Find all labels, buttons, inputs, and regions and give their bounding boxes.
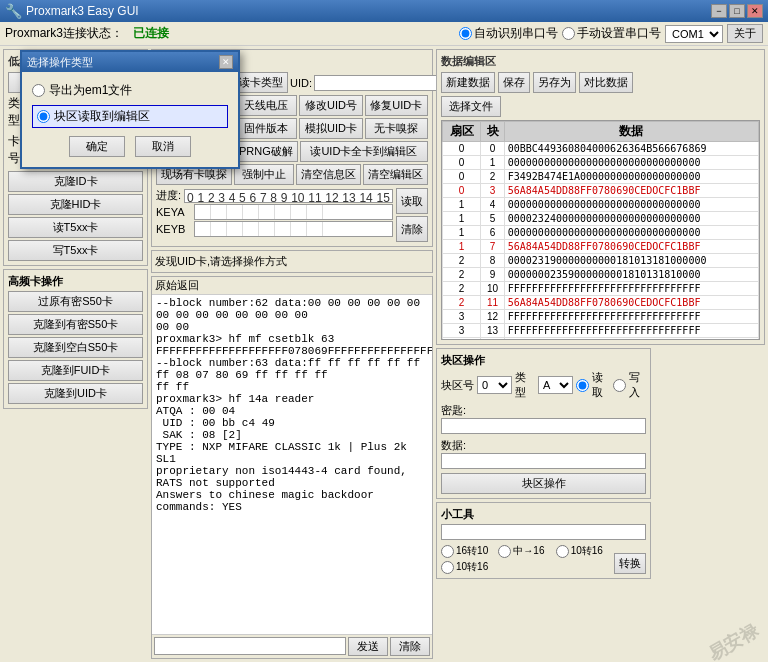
dialog-cancel-button[interactable]: 取消 [135, 136, 191, 157]
convert-button[interactable]: 转换 [614, 553, 646, 574]
sector-cell: 0 [443, 156, 481, 170]
prng-button[interactable]: PRNG破解 [234, 141, 298, 162]
table-row[interactable]: 1 7 56A84A54DD88FF0780690CEDOCFC1BBF [443, 240, 759, 254]
has-secret-label[interactable]: 过原有密S50卡 [8, 291, 143, 312]
data-cell: FFFFFFFFFFFFFFFFFFFFFFFFFFFFFFFF [504, 282, 758, 296]
clone-id-button[interactable]: 克隆ID卡 [8, 171, 143, 192]
clear-edit-button[interactable]: 清空编辑区 [363, 164, 428, 185]
data-cell: FFFFFFFFFFFFFFFFFFFFFFFFFFFFFFFF [504, 338, 758, 341]
open-file-button[interactable]: 选择文件 [441, 96, 501, 117]
option2-radio[interactable] [37, 110, 50, 123]
no-card-button[interactable]: 无卡嗅探 [365, 118, 428, 139]
option1-label: 导出为em1文件 [49, 82, 132, 99]
clear-info-button[interactable]: 清空信息区 [296, 164, 361, 185]
conv4-label: 10转16 [456, 560, 488, 574]
block-op-button[interactable]: 块区操作 [441, 473, 646, 494]
write-radio[interactable] [613, 379, 626, 392]
read-t5xx-button[interactable]: 读T5xx卡 [8, 217, 143, 238]
option1-radio[interactable] [32, 84, 45, 97]
conv4-radio[interactable] [441, 561, 454, 574]
sector-cell: 2 [443, 268, 481, 282]
modify-uid-button[interactable]: 修改UID号 [299, 95, 362, 116]
block-cell: 14 [481, 338, 504, 341]
dialog-close-button[interactable]: ✕ [219, 55, 233, 69]
data-field-input[interactable] [441, 453, 646, 469]
clone-to-uid-button[interactable]: 克隆到UID卡 [8, 383, 143, 404]
uid-label: UID: [290, 77, 312, 89]
table-row[interactable]: 1 6 00000000000000000000000000000000 [443, 226, 759, 240]
block-type-label: 类型 [515, 370, 534, 400]
block-cell: 8 [481, 254, 504, 268]
clear-key-button[interactable]: 清除 [396, 216, 428, 242]
read-radio[interactable] [576, 379, 589, 392]
save-as-button[interactable]: 另存为 [533, 72, 576, 93]
table-row[interactable]: 2 8 000023190000000000181013181000000 [443, 254, 759, 268]
option2-label: 块区读取到编辑区 [54, 108, 150, 125]
repair-uid-button[interactable]: 修复UID卡 [365, 95, 428, 116]
force-stop-button[interactable]: 强制中止 [234, 164, 294, 185]
minimize-button[interactable]: − [711, 4, 727, 18]
table-row[interactable]: 3 12 FFFFFFFFFFFFFFFFFFFFFFFFFFFFFFFF [443, 310, 759, 324]
key-field-input[interactable] [441, 418, 646, 434]
table-row[interactable]: 3 13 FFFFFFFFFFFFFFFFFFFFFFFFFFFFFFFF [443, 324, 759, 338]
conv2-radio[interactable] [498, 545, 511, 558]
close-button[interactable]: ✕ [747, 4, 763, 18]
data-field-label: 数据: [441, 439, 466, 451]
maximize-button[interactable]: □ [729, 4, 745, 18]
clear-log-button[interactable]: 清除 [390, 637, 430, 656]
sector-cell: 2 [443, 282, 481, 296]
clone-to-secret-button[interactable]: 克隆到有密S50卡 [8, 314, 143, 335]
clone-to-blank-button[interactable]: 克隆到空白S50卡 [8, 337, 143, 358]
data-cell: 00000000000000000000000000000000 [504, 226, 758, 240]
sector-cell: 3 [443, 338, 481, 341]
save-button[interactable]: 保存 [498, 72, 530, 93]
right-panel: 数据编辑区 新建数据 保存 另存为 对比数据 选择文件 扇区 块 [436, 49, 765, 659]
clone-to-fuid-button[interactable]: 克隆到FUID卡 [8, 360, 143, 381]
table-row[interactable]: 0 2 F3492B474E1A00000000000000000000 [443, 170, 759, 184]
data-cell: 56A84A54DD88FF0780690CEDOCFC1BBF [504, 184, 758, 198]
firmware-button[interactable]: 固件版本 [234, 118, 297, 139]
table-row[interactable]: 2 9 00000002359000000001810131810000 [443, 268, 759, 282]
auto-port-radio[interactable]: 自动识别串口号 [459, 25, 558, 42]
dialog-option1[interactable]: 导出为em1文件 [32, 82, 228, 99]
keya-label: KEYA [156, 206, 191, 218]
about-button[interactable]: 关于 [727, 24, 763, 43]
dialog-option2[interactable]: 块区读取到编辑区 [32, 105, 228, 128]
write-t5xx-button[interactable]: 写T5xx卡 [8, 240, 143, 261]
conv3-radio[interactable] [556, 545, 569, 558]
send-button[interactable]: 发送 [348, 637, 388, 656]
read-type-button[interactable]: 读卡类型 [234, 72, 288, 93]
conv1-radio[interactable] [441, 545, 454, 558]
antenna-button[interactable]: 天线电压 [234, 95, 297, 116]
manual-port-radio[interactable]: 手动设置串口号 [562, 25, 661, 42]
sim-uid-button[interactable]: 模拟UID卡 [299, 118, 362, 139]
clone-hid-button[interactable]: 克隆HID卡 [8, 194, 143, 215]
table-row[interactable]: 1 5 00002324000000000000000000000000 [443, 212, 759, 226]
block-cell: 10 [481, 282, 504, 296]
table-row[interactable]: 3 14 FFFFFFFFFFFFFFFFFFFFFFFFFFFFFFFF [443, 338, 759, 341]
tools-input[interactable] [441, 524, 646, 540]
block-type-select[interactable]: A [538, 376, 573, 394]
block-num-select[interactable]: 0 [477, 376, 512, 394]
table-row[interactable]: 0 3 56A84A54DD88FF0780690CEDOCFC1BBF [443, 184, 759, 198]
connection-label: Proxmark3连接状态： [5, 25, 123, 42]
table-row[interactable]: 2 11 56A84A54DD88FF0780690CEDOCFC1BBF [443, 296, 759, 310]
dialog-confirm-button[interactable]: 确定 [69, 136, 125, 157]
compare-button[interactable]: 对比数据 [579, 72, 633, 93]
discover-label: 发现UID卡,请选择操作方式 [151, 250, 433, 273]
table-row[interactable]: 1 4 00000000000000000000000000000000 [443, 198, 759, 212]
log-input[interactable] [154, 637, 346, 655]
log-title: 原始返回 [152, 277, 432, 295]
keya-cells [194, 204, 393, 220]
data-cell: FFFFFFFFFFFFFFFFFFFFFFFFFFFFFFFF [504, 310, 758, 324]
new-data-button[interactable]: 新建数据 [441, 72, 495, 93]
uid-input[interactable] [314, 75, 454, 91]
table-row[interactable]: 2 10 FFFFFFFFFFFFFFFFFFFFFFFFFFFFFFFF [443, 282, 759, 296]
data-edit-title: 数据编辑区 [441, 54, 760, 69]
block-cell: 3 [481, 184, 504, 198]
read-all-to-edit-button[interactable]: 读UID卡全卡到编辑区 [300, 141, 428, 162]
com-select[interactable]: COM1 [665, 25, 723, 43]
read-progress-button[interactable]: 读取 [396, 188, 428, 214]
table-row[interactable]: 0 0 00BBC449360804000626364B566676869 [443, 142, 759, 156]
table-row[interactable]: 0 1 00000000000000000000000000000000 [443, 156, 759, 170]
